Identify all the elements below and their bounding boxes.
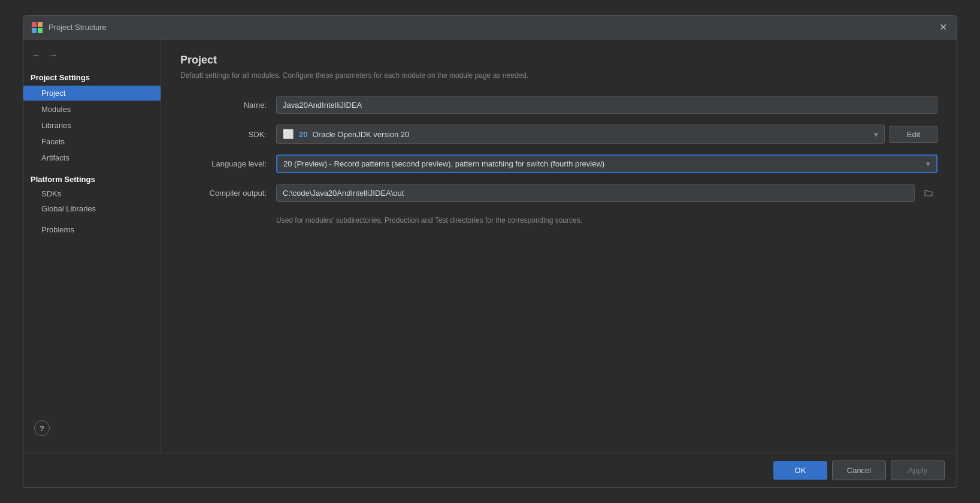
project-settings-header: Project Settings xyxy=(23,69,161,84)
content-description: Default settings for all modules. Config… xyxy=(180,71,937,80)
language-level-label: Language level: xyxy=(180,159,276,168)
footer: OK Cancel Apply xyxy=(23,453,957,487)
compiler-output-row: Compiler output: xyxy=(180,184,937,202)
ok-button[interactable]: OK xyxy=(773,461,827,480)
sdk-control: ⬜ 20 Oracle OpenJDK version 20 ▾ Edit xyxy=(276,125,937,144)
sdk-version: 20 xyxy=(299,130,307,139)
name-control xyxy=(276,96,937,114)
sidebar-item-project[interactable]: Project xyxy=(23,86,161,101)
help-button[interactable]: ? xyxy=(34,420,50,436)
platform-section: Platform Settings SDKs Global Libraries xyxy=(23,171,161,216)
title-bar-left: Project Structure xyxy=(31,21,107,34)
back-button[interactable]: ← xyxy=(29,48,44,62)
svg-rect-2 xyxy=(32,28,37,33)
compiler-output-input[interactable] xyxy=(276,184,915,202)
language-level-row: Language level: 20 (Preview) - Record pa… xyxy=(180,154,937,173)
name-label: Name: xyxy=(180,101,276,110)
name-row: Name: xyxy=(180,96,937,114)
problems-section: Problems xyxy=(23,222,161,237)
content-title: Project xyxy=(180,54,937,66)
project-structure-dialog: Project Structure ✕ ← → Project Settings… xyxy=(23,15,957,488)
sdk-row: SDK: ⬜ 20 Oracle OpenJDK version 20 ▾ Ed… xyxy=(180,125,937,144)
apply-button[interactable]: Apply xyxy=(891,460,945,480)
sdk-folder-icon: ⬜ xyxy=(283,129,294,140)
sidebar-item-problems[interactable]: Problems xyxy=(23,222,161,237)
sdk-dropdown-left: ⬜ 20 Oracle OpenJDK version 20 xyxy=(283,129,409,140)
sdk-dropdown[interactable]: ⬜ 20 Oracle OpenJDK version 20 ▾ xyxy=(276,125,885,144)
language-level-chevron-icon: ▾ xyxy=(926,159,930,168)
sidebar-item-libraries[interactable]: Libraries xyxy=(23,118,161,133)
nav-toolbar: ← → xyxy=(23,46,161,68)
sidebar-item-sdks[interactable]: SDKs xyxy=(23,186,161,201)
app-icon xyxy=(31,21,44,34)
sdk-chevron-icon: ▾ xyxy=(874,130,878,139)
svg-rect-0 xyxy=(32,22,37,27)
sidebar-bottom: ? xyxy=(23,238,161,447)
sidebar: ← → Project Settings Project Modules Lib… xyxy=(23,40,161,453)
language-level-control: 20 (Preview) - Record patterns (second p… xyxy=(276,154,937,173)
platform-settings-header: Platform Settings xyxy=(23,171,161,186)
compiler-hint: Used for modules' subdirectories, Produc… xyxy=(180,216,937,225)
compiler-output-control xyxy=(276,184,937,202)
window-title: Project Structure xyxy=(49,23,107,32)
compiler-output-folder-button[interactable] xyxy=(919,184,937,202)
content-area: Project Default settings for all modules… xyxy=(161,40,957,453)
sdk-label: SDK: xyxy=(180,130,276,139)
sdk-full-label: Oracle OpenJDK version 20 xyxy=(312,130,409,139)
folder-icon xyxy=(924,188,933,198)
main-content: ← → Project Settings Project Modules Lib… xyxy=(23,40,957,453)
language-level-value: 20 (Preview) - Record patterns (second p… xyxy=(283,159,604,168)
close-button[interactable]: ✕ xyxy=(936,21,949,34)
sidebar-item-facets[interactable]: Facets xyxy=(23,134,161,149)
language-level-dropdown[interactable]: 20 (Preview) - Record patterns (second p… xyxy=(276,154,937,173)
sdk-edit-button[interactable]: Edit xyxy=(890,126,937,143)
sidebar-item-artifacts[interactable]: Artifacts xyxy=(23,150,161,165)
svg-rect-1 xyxy=(38,22,43,27)
name-input[interactable] xyxy=(276,96,937,114)
sidebar-item-modules[interactable]: Modules xyxy=(23,102,161,117)
compiler-output-label: Compiler output: xyxy=(180,189,276,198)
title-bar: Project Structure ✕ xyxy=(23,16,957,40)
cancel-button[interactable]: Cancel xyxy=(832,460,886,480)
forward-button[interactable]: → xyxy=(46,48,61,62)
sidebar-item-global-libraries[interactable]: Global Libraries xyxy=(23,201,161,216)
svg-rect-3 xyxy=(38,28,43,33)
